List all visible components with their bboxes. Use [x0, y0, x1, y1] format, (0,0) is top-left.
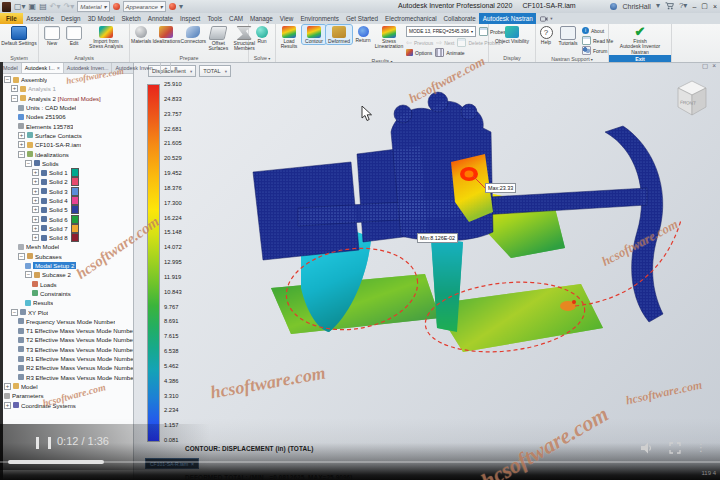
tree-item-frequency-versus-mode-number[interactable]: Frequency Versus Mode Number	[1, 317, 133, 326]
tree-item-surface-contacts[interactable]: +Surface Contacts	[1, 131, 133, 140]
browser-tab-add-button[interactable]: +	[161, 62, 171, 73]
inventor-app-icon[interactable]	[2, 2, 11, 12]
window-restore-button[interactable]: ▢	[701, 2, 708, 10]
ribbon-tab-tools[interactable]: Tools	[204, 13, 226, 24]
toolbar-overflow-icon[interactable]: ▾	[179, 2, 183, 12]
import-stress-analysis-button[interactable]: Import from Stress Analysis	[87, 25, 125, 50]
object-visibility-button[interactable]: Object Visibility	[491, 25, 533, 44]
collapse-icon[interactable]: −	[18, 151, 25, 158]
expand-icon[interactable]: +	[4, 402, 11, 409]
next-result-button[interactable]: ⇨ Next	[436, 38, 454, 47]
browser-tab-2[interactable]: Autodesk Inven...	[64, 62, 113, 73]
collapse-icon[interactable]: −	[11, 309, 18, 316]
tree-item-subcases[interactable]: −Subcases	[1, 252, 133, 261]
tree-item-r3-effective-mass-versus-mode-number[interactable]: R3 Effective Mass Versus Mode Number	[1, 373, 133, 382]
tree-item-mesh-model[interactable]: Mesh Model	[1, 242, 133, 251]
run-button[interactable]: Run	[255, 25, 269, 44]
tree-item-solids[interactable]: −Solids	[1, 159, 133, 168]
tree-item-results[interactable]: Results	[1, 298, 133, 307]
expand-icon[interactable]: +	[11, 85, 18, 92]
tree-item-solid-5[interactable]: +Solid 5	[1, 205, 133, 214]
browser-menu-icon[interactable]: ≡	[171, 62, 180, 73]
undo-icon[interactable]: ↶▾	[50, 2, 61, 12]
expand-icon[interactable]: +	[4, 383, 11, 390]
doc-window-close-icon[interactable]: ×	[712, 62, 716, 70]
deformed-toggle-button[interactable]: Deformed	[326, 25, 352, 44]
options-button[interactable]: Options	[406, 48, 432, 57]
ribbon-tab-3d-model[interactable]: 3D Model	[84, 13, 118, 24]
tree-item-constraints[interactable]: Constraints	[1, 289, 133, 298]
collapse-icon[interactable]: −	[18, 253, 25, 260]
fea-model-3d-view[interactable]	[133, 62, 720, 480]
offset-surfaces-button[interactable]: Offset Surfaces	[206, 25, 230, 52]
appearance-dropdown[interactable]: Appearance ▾	[123, 1, 166, 12]
tree-item-r2-effective-mass-versus-mode-number[interactable]: R2 Effective Mass Versus Mode Number	[1, 363, 133, 372]
expand-icon[interactable]: +	[32, 197, 39, 204]
open-file-icon[interactable]: ▣	[29, 2, 37, 12]
stress-linearization-button[interactable]: Stress Linearization	[374, 25, 404, 50]
expand-icon[interactable]: +	[32, 169, 39, 176]
ribbon-tab-cam[interactable]: CAM	[226, 13, 247, 24]
volume-icon[interactable]	[641, 442, 654, 454]
tree-item-assembly[interactable]: −Assembly	[1, 75, 133, 84]
view-cube[interactable]: FRONT	[670, 76, 714, 122]
contour-toggle-button[interactable]: Contour	[302, 25, 326, 44]
tree-item-solid-6[interactable]: +Solid 6	[1, 214, 133, 223]
ribbon-tab-assemble[interactable]: Assemble	[23, 13, 58, 24]
tree-item-analysis-2[interactable]: −Analysis 2[Normal Modes]	[1, 94, 133, 103]
seek-bar[interactable]	[0, 461, 720, 463]
tree-item-solid-2[interactable]: +Solid 2	[1, 177, 133, 186]
tree-item-solid-3[interactable]: +Solid 3	[1, 187, 133, 196]
collapse-icon[interactable]: −	[25, 271, 32, 278]
store-cart-icon[interactable]	[665, 2, 674, 10]
tree-item-nodes-251906[interactable]: Nodes 251906	[1, 112, 133, 121]
tree-item-analysis-1[interactable]: +Analysis 1	[1, 84, 133, 93]
tree-item-t1-effective-mass-versus-mode-number[interactable]: T1 Effective Mass Versus Mode Number	[1, 326, 133, 335]
browser-tab-0[interactable]: Model	[0, 62, 22, 73]
player-menu-icon[interactable]: ⋮	[696, 443, 706, 453]
finish-nastran-button[interactable]: ✔ Finish Autodesk Inventor Nastran	[610, 25, 670, 55]
ribbon-tab-environments[interactable]: Environments	[297, 13, 343, 24]
expand-icon[interactable]: +	[32, 206, 39, 213]
load-results-button[interactable]: Load Results	[276, 25, 302, 50]
material-dropdown[interactable]: Material ▾	[77, 1, 109, 12]
expand-icon[interactable]: +	[32, 234, 39, 241]
tree-item-idealizations[interactable]: −Idealizations	[1, 149, 133, 158]
return-button[interactable]: Return	[352, 25, 374, 43]
tree-item-solid-8[interactable]: +Solid 8	[1, 233, 133, 242]
window-minimize-button[interactable]: –	[692, 3, 696, 10]
help-button[interactable]: ? Help	[536, 25, 556, 45]
tree-item-units-cad-model[interactable]: Units : CAD Model	[1, 103, 133, 112]
tree-item-r1-effective-mass-versus-mode-number[interactable]: R1 Effective Mass Versus Mode Number	[1, 354, 133, 363]
tree-item-model[interactable]: +Model	[1, 382, 133, 391]
ribbon-tab-design[interactable]: Design	[58, 13, 85, 24]
tree-item-modal-setup-2[interactable]: Modal Setup 2	[1, 261, 133, 270]
tree-item-cf101-sa-r-iam[interactable]: +CF101-SA-R.iam	[1, 140, 133, 149]
user-menu-chevron-icon[interactable]: ▾	[656, 1, 660, 11]
expand-icon[interactable]: +	[18, 141, 25, 148]
ribbon-tab-manage[interactable]: Manage	[247, 13, 277, 24]
collapse-icon[interactable]: −	[11, 95, 18, 102]
collapse-icon[interactable]: −	[25, 160, 32, 167]
browser-tab-1[interactable]: Autodesk I...×	[22, 62, 64, 73]
expand-icon[interactable]: +	[32, 188, 39, 195]
expand-icon[interactable]: +	[32, 216, 39, 223]
expand-icon[interactable]: +	[32, 225, 39, 232]
redo-icon[interactable]: ↷▾	[63, 2, 74, 12]
tree-item-t2-effective-mass-versus-mode-number[interactable]: T2 Effective Mass Versus Mode Number	[1, 335, 133, 344]
default-settings-button[interactable]: Default Settings	[0, 25, 37, 46]
idealizations-button[interactable]: Idealizations	[152, 25, 180, 44]
window-close-button[interactable]: ×	[713, 3, 717, 10]
pause-button[interactable]	[36, 437, 51, 449]
tree-item-coordinate-systems[interactable]: +Coordinate Systems	[1, 400, 133, 409]
result-set-dropdown[interactable]: MODE 13, FREQ=2545.396 ▾	[406, 26, 476, 37]
ribbon-tab-sketch[interactable]: Sketch	[118, 13, 144, 24]
screen-record-controls[interactable]: ▾	[536, 13, 556, 24]
new-file-icon[interactable]: ▢▾	[14, 2, 26, 12]
tree-item-solid-7[interactable]: +Solid 7	[1, 224, 133, 233]
collapse-icon[interactable]: −	[4, 76, 11, 83]
tree-item-xy-plot[interactable]: −XY Plot	[1, 307, 133, 316]
tree-item-parameters[interactable]: Parameters	[1, 391, 133, 400]
graphics-viewport[interactable]: Displacement ▾ TOTAL ▾ 25.91024.83323.75…	[133, 62, 720, 480]
tree-item-elements-135783[interactable]: Elements 135783	[1, 121, 133, 130]
